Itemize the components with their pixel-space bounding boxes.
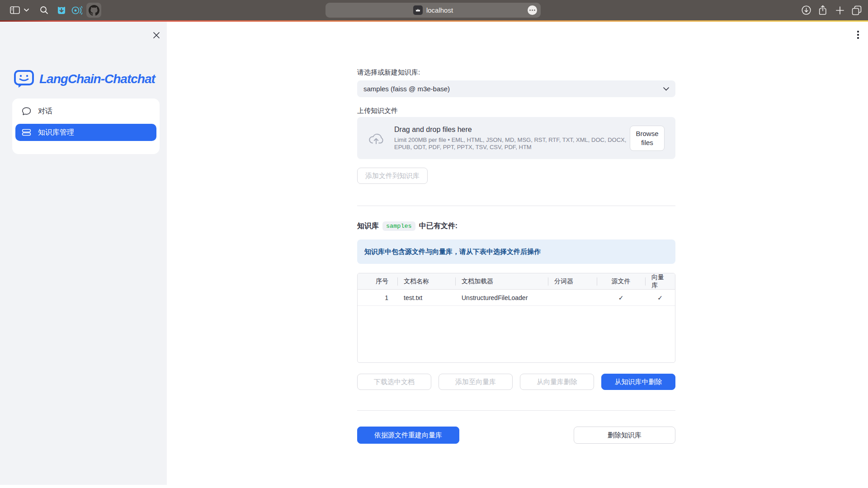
- kb-name-chip: samples: [382, 221, 415, 231]
- downloads-cat-icon[interactable]: [56, 0, 67, 20]
- delete-from-kb-button[interactable]: 从知识库中删除: [601, 374, 675, 390]
- sidebar-toggle-icon[interactable]: [9, 0, 21, 20]
- col-header-vector: 向量库: [645, 273, 675, 290]
- col-header-loader: 文档加载器: [455, 273, 548, 290]
- kb-selectbox[interactable]: samples (faiss @ m3e-base): [357, 80, 675, 97]
- files-table: 序号 文档名称 文档加载器 分词器 源文件 向量库 1 test.txt Uns…: [357, 273, 675, 363]
- focus-circles-icon[interactable]: [71, 0, 83, 20]
- info-banner: 知识库中包含源文件与向量库，请从下表中选择文件后操作: [357, 239, 675, 264]
- dropzone-limit: Limit 200MB per file • EML, HTML, JSON, …: [394, 136, 634, 151]
- files-heading: 知识库 samples 中已有文件:: [357, 221, 458, 231]
- table-row[interactable]: 1 test.txt UnstructuredFileLoader ✓ ✓: [358, 290, 675, 306]
- main-content: 请选择或新建知识库: samples (faiss @ m3e-base) 上传…: [357, 22, 675, 488]
- share-icon[interactable]: [817, 0, 829, 20]
- page-options-icon[interactable]: [528, 5, 537, 15]
- dropzone-texts: Drag and drop files here Limit 200MB per…: [394, 126, 638, 151]
- col-header-index: 序号: [358, 273, 397, 290]
- search-icon[interactable]: [38, 0, 49, 20]
- url-text: localhost: [426, 6, 453, 14]
- rebuild-vectorstore-button[interactable]: 依据源文件重建向量库: [357, 427, 459, 444]
- browse-files-button[interactable]: Browse files: [630, 126, 665, 151]
- divider: [357, 410, 675, 411]
- sidebar-close-icon[interactable]: [151, 29, 162, 41]
- col-header-filename: 文档名称: [397, 273, 455, 290]
- kb-selectbox-value: samples (faiss @ m3e-base): [363, 85, 663, 93]
- col-header-splitter: 分词器: [548, 273, 597, 290]
- file-dropzone[interactable]: Drag and drop files here Limit 200MB per…: [357, 117, 675, 159]
- sidebar-nav: 对话 知识库管理: [12, 99, 160, 154]
- knowledge-base-icon: [22, 128, 31, 137]
- nav-item-label: 知识库管理: [38, 128, 74, 137]
- files-heading-suffix: 中已有文件:: [419, 221, 458, 231]
- cell-loader: UnstructuredFileLoader: [455, 290, 548, 305]
- download-selected-button[interactable]: 下载选中文档: [357, 374, 431, 390]
- cloud-upload-icon: [368, 132, 384, 145]
- chatchat-logo-icon: [14, 70, 34, 89]
- downloads-icon[interactable]: [800, 0, 812, 20]
- github-icon[interactable]: [86, 3, 101, 18]
- add-to-vectorstore-button[interactable]: 添加至向量库: [439, 374, 513, 390]
- delete-kb-button[interactable]: 删除知识库: [574, 427, 675, 444]
- tab-overview-icon[interactable]: [850, 0, 863, 20]
- delete-from-vectorstore-button[interactable]: 从向量库删除: [520, 374, 594, 390]
- divider: [357, 206, 675, 206]
- browser-toolbar: localhost: [0, 0, 868, 20]
- col-header-source: 源文件: [597, 273, 645, 290]
- kb-select-label: 请选择或新建知识库:: [357, 68, 420, 77]
- app-logo-text: LangChain-Chatchat: [39, 72, 155, 86]
- add-files-button[interactable]: 添加文件到知识库: [357, 168, 428, 184]
- file-actions: 下载选中文档 添加至向量库 从向量库删除 从知识库中删除: [357, 374, 675, 390]
- nav-item-label: 对话: [38, 107, 52, 116]
- cell-filename: test.txt: [397, 290, 455, 305]
- chat-bubble-icon: [22, 107, 31, 116]
- nav-item-knowledge-base[interactable]: 知识库管理: [15, 124, 156, 141]
- files-heading-prefix: 知识库: [357, 221, 379, 231]
- streamlit-menu-icon[interactable]: [854, 29, 862, 41]
- sidebar-chevron-icon[interactable]: [23, 0, 30, 20]
- cell-source-check: ✓: [597, 290, 645, 305]
- cell-splitter: [548, 290, 597, 305]
- chevron-down-icon: [663, 87, 669, 91]
- dropzone-title: Drag and drop files here: [394, 126, 638, 134]
- new-tab-icon[interactable]: [834, 0, 846, 20]
- table-header: 序号 文档名称 文档加载器 分词器 源文件 向量库: [358, 273, 675, 290]
- nav-item-dialogue[interactable]: 对话: [15, 103, 156, 120]
- address-bar[interactable]: localhost: [326, 3, 541, 18]
- app-logo: LangChain-Chatchat: [14, 70, 155, 89]
- cell-index: 1: [358, 290, 397, 305]
- sidebar: LangChain-Chatchat 对话 知识库管理: [0, 22, 167, 485]
- cell-vector-check: ✓: [645, 290, 675, 305]
- upload-label: 上传知识文件: [357, 107, 398, 115]
- site-favicon: [413, 5, 423, 15]
